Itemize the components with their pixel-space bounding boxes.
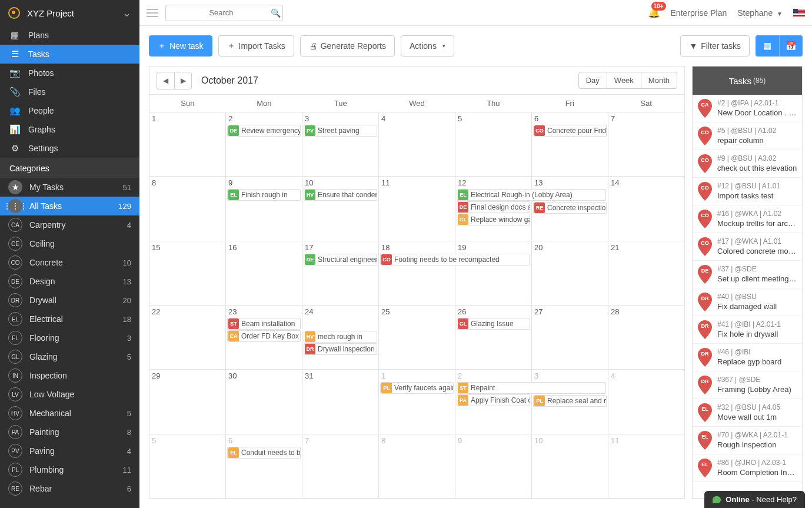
calendar-cell[interactable]: 22: [149, 306, 226, 369]
nav-item-tasks[interactable]: ☰Tasks: [0, 45, 139, 64]
category-co[interactable]: COConcrete10: [0, 253, 139, 272]
task-item[interactable]: CO #9 | @BSU | A3.02 check out this elev…: [693, 150, 802, 178]
calendar-cell[interactable]: 6ELConduit needs to b: [226, 434, 302, 498]
project-switcher[interactable]: XYZ Project ⌄: [0, 0, 139, 26]
category-in[interactable]: INInspection: [0, 366, 139, 385]
calendar-cell[interactable]: 9ELFinish rough in: [226, 177, 302, 240]
calendar-cell[interactable]: 18COFooting needs to be recompacted: [379, 241, 455, 305]
calendar-event[interactable]: COFooting needs to be recompacted: [380, 254, 530, 265]
calendar-event[interactable]: DRDrywall inspection: [304, 343, 377, 355]
search-box[interactable]: 🔍: [165, 5, 283, 21]
calendar-cell[interactable]: 8: [379, 434, 455, 498]
calendar-cell[interactable]: 10HVEnsure that conder: [302, 177, 379, 240]
category-lv[interactable]: LVLow Voltage: [0, 385, 139, 404]
calendar-cell[interactable]: 6COConcrete pour Frid: [532, 112, 608, 176]
category-pa[interactable]: PAPainting8: [0, 423, 139, 441]
calendar-cell[interactable]: 3PVStreet paving: [302, 112, 379, 176]
search-input[interactable]: [172, 8, 271, 17]
calendar-cell[interactable]: 14: [608, 177, 684, 240]
task-item[interactable]: DR #46 | @IBI Replace gyp board: [693, 344, 802, 371]
calendar-view-button[interactable]: 📅: [779, 35, 803, 57]
calendar-cell[interactable]: 7: [608, 112, 684, 176]
calendar-cell[interactable]: 12ELElectrical Rough-in (Lobby Area)DEFi…: [455, 177, 532, 240]
nav-item-photos[interactable]: 📷Photos: [0, 64, 139, 82]
next-month-button[interactable]: ▶: [174, 72, 192, 89]
task-item[interactable]: EL #86 | @JRO | A2.03-1 Room Completion …: [693, 454, 802, 482]
task-item[interactable]: CO #16 | @WKA | A1.02 Mockup trellis for…: [693, 205, 802, 233]
calendar-event[interactable]: DEStructural engineer: [304, 254, 377, 265]
notifications-button[interactable]: 🔔 10+: [648, 6, 660, 19]
generate-reports-button[interactable]: 🖨 Generate Reports: [300, 35, 395, 57]
calendar-cell[interactable]: 7: [302, 434, 379, 498]
calendar-cell[interactable]: 5: [455, 112, 532, 176]
calendar-cell[interactable]: 28: [608, 306, 684, 369]
category-hv[interactable]: HVMechanical5: [0, 404, 139, 423]
category-dr[interactable]: DRDrywall20: [0, 291, 139, 310]
import-tasks-button[interactable]: ＋ Import Tasks: [218, 35, 294, 57]
calendar-cell[interactable]: 24HVmech rough inDRDrywall inspection: [302, 306, 379, 369]
calendar-cell[interactable]: 4: [608, 370, 684, 433]
task-item[interactable]: CO #12 | @BSU | A1.01 Import tasks test: [693, 178, 802, 205]
calendar-cell[interactable]: 10: [532, 434, 608, 498]
task-item[interactable]: CA #2 | @IPA | A2.01-1 New Door Location…: [693, 95, 802, 122]
task-item[interactable]: EL #70 | @WKA | A2.01-1 Rough inspection: [693, 427, 802, 454]
category-fl[interactable]: FLFlooring3: [0, 328, 139, 347]
new-task-button[interactable]: ＋ New task: [149, 35, 212, 57]
calendar-event[interactable]: PLReplace seal and re: [533, 395, 607, 407]
category-my[interactable]: ★My Tasks51: [0, 178, 139, 197]
calendar-event[interactable]: DEFinal design docs a: [457, 201, 530, 213]
grid-view-button[interactable]: ▦: [756, 35, 779, 57]
calendar-cell[interactable]: 29: [149, 370, 226, 433]
category-de[interactable]: DEDesign13: [0, 272, 139, 291]
calendar-cell[interactable]: 30: [226, 370, 302, 433]
calendar-cell[interactable]: 21: [608, 241, 684, 305]
category-pv[interactable]: PVPaving4: [0, 441, 139, 460]
task-item[interactable]: EL #32 | @BSU | A4.05 Move wall out 1m: [693, 399, 802, 427]
category-ce[interactable]: CECeiling: [0, 234, 139, 253]
calendar-cell[interactable]: 25: [379, 306, 455, 369]
calendar-event[interactable]: ELConduit needs to b: [227, 447, 301, 459]
range-week[interactable]: Week: [607, 72, 641, 89]
category-ca[interactable]: CACarpentry4: [0, 215, 139, 234]
calendar-cell[interactable]: 27: [532, 306, 608, 369]
calendar-cell[interactable]: 2STRepaintPAApply Finish Coat c: [455, 370, 532, 433]
task-item[interactable]: DR #40 | @BSU Fix damaged wall: [693, 288, 802, 316]
calendar-cell[interactable]: 11: [379, 177, 455, 240]
calendar-cell[interactable]: 13REConcrete inspectio: [532, 177, 608, 240]
category-el[interactable]: ELElectrical18: [0, 310, 139, 328]
calendar-cell[interactable]: 2DEReview emergency: [226, 112, 302, 176]
category-gl[interactable]: GLGlazing5: [0, 347, 139, 366]
calendar-cell[interactable]: 9: [455, 434, 532, 498]
calendar-cell[interactable]: 1: [149, 112, 226, 176]
calendar-cell[interactable]: 11: [608, 434, 684, 498]
task-item[interactable]: DR #367 | @SDE Framing (Lobby Area): [693, 371, 802, 399]
calendar-cell[interactable]: 19: [455, 241, 532, 305]
plan-label[interactable]: Enterprise Plan: [671, 8, 727, 18]
nav-item-settings[interactable]: ⚙Settings: [0, 139, 139, 158]
range-day[interactable]: Day: [578, 72, 607, 89]
nav-item-people[interactable]: 👥People: [0, 101, 139, 120]
task-item[interactable]: DR #41 | @IBI | A2.01-1 Fix hole in dryw…: [693, 316, 802, 344]
prev-month-button[interactable]: ◀: [157, 72, 174, 89]
calendar-event[interactable]: HVmech rough in: [304, 331, 377, 343]
chat-widget[interactable]: Online - Need Help?: [704, 491, 805, 508]
calendar-event[interactable]: ELFinish rough in: [227, 189, 301, 201]
calendar-cell[interactable]: 15: [149, 241, 226, 305]
task-item[interactable]: CO #17 | @WKA | A1.01 Colored concrete m…: [693, 233, 802, 261]
calendar-event[interactable]: STBeam installation: [227, 318, 301, 330]
calendar-event[interactable]: REConcrete inspectio: [533, 202, 607, 214]
range-month[interactable]: Month: [641, 72, 677, 89]
calendar-event[interactable]: PVStreet paving: [304, 125, 377, 137]
calendar-event[interactable]: DEReview emergency: [227, 125, 301, 137]
calendar-cell[interactable]: 3PLReplace seal and re: [532, 370, 608, 433]
calendar-cell[interactable]: 1PLVerify faucets agair: [379, 370, 455, 433]
calendar-cell[interactable]: 31: [302, 370, 379, 433]
calendar-event[interactable]: GLGlazing Issue: [457, 318, 530, 330]
filter-tasks-button[interactable]: ▼ Filter tasks: [680, 35, 750, 57]
calendar-event[interactable]: STRepaint: [457, 382, 606, 394]
nav-item-plans[interactable]: ▦Plans: [0, 26, 139, 45]
calendar-event[interactable]: PLVerify faucets agair: [380, 382, 454, 394]
calendar-cell[interactable]: 20: [532, 241, 608, 305]
calendar-cell[interactable]: 23STBeam installationCAOrder FD Key Box: [226, 306, 302, 369]
calendar-cell[interactable]: 26GLGlazing Issue: [455, 306, 532, 369]
